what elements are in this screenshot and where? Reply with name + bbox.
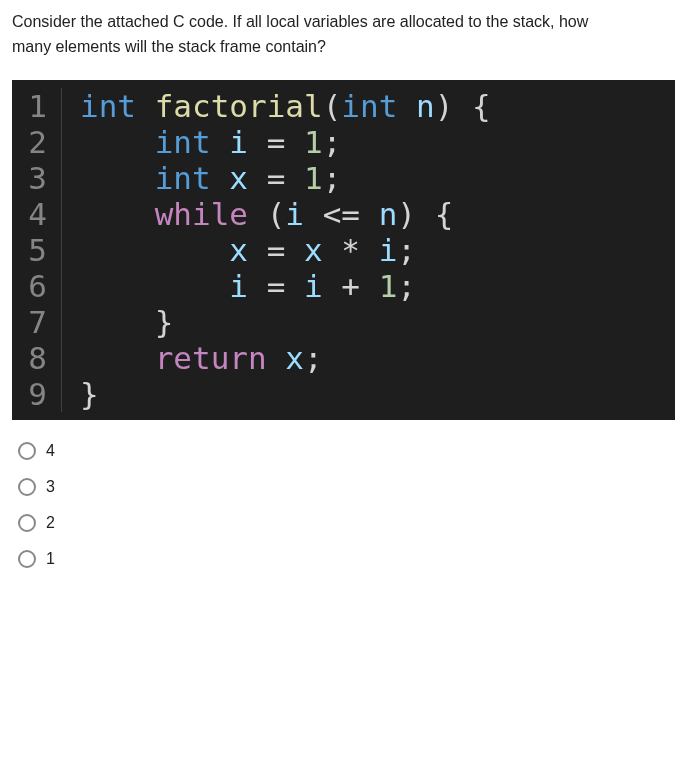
code-line: 1int factorial(int n) { <box>12 88 675 124</box>
code-content: int factorial(int n) { <box>62 88 491 124</box>
radio-icon[interactable] <box>18 514 36 532</box>
code-line: 2 int i = 1; <box>12 124 675 160</box>
code-line: 8 return x; <box>12 340 675 376</box>
code-content: i = i + 1; <box>62 268 416 304</box>
code-block: 1int factorial(int n) {2 int i = 1;3 int… <box>12 80 675 420</box>
radio-icon[interactable] <box>18 550 36 568</box>
code-content: } <box>62 304 173 340</box>
question-prompt: Consider the attached C code. If all loc… <box>12 10 675 60</box>
line-number: 9 <box>12 376 62 412</box>
answer-option-3[interactable]: 3 <box>18 478 675 496</box>
line-number: 6 <box>12 268 62 304</box>
option-label: 3 <box>46 478 55 496</box>
code-line: 5 x = x * i; <box>12 232 675 268</box>
code-content: while (i <= n) { <box>62 196 453 232</box>
code-line: 7 } <box>12 304 675 340</box>
answer-options: 4321 <box>12 442 675 568</box>
line-number: 2 <box>12 124 62 160</box>
code-content: } <box>62 376 99 412</box>
answer-option-2[interactable]: 2 <box>18 514 675 532</box>
line-number: 8 <box>12 340 62 376</box>
code-line: 4 while (i <= n) { <box>12 196 675 232</box>
question-line-1: Consider the attached C code. If all loc… <box>12 13 588 30</box>
code-content: x = x * i; <box>62 232 416 268</box>
answer-option-1[interactable]: 1 <box>18 550 675 568</box>
option-label: 2 <box>46 514 55 532</box>
radio-icon[interactable] <box>18 442 36 460</box>
line-number: 7 <box>12 304 62 340</box>
code-line: 3 int x = 1; <box>12 160 675 196</box>
line-number: 3 <box>12 160 62 196</box>
line-number: 5 <box>12 232 62 268</box>
line-number: 1 <box>12 88 62 124</box>
question-line-2: many elements will the stack frame conta… <box>12 38 326 55</box>
option-label: 1 <box>46 550 55 568</box>
line-number: 4 <box>12 196 62 232</box>
code-line: 9} <box>12 376 675 412</box>
code-content: return x; <box>62 340 323 376</box>
option-label: 4 <box>46 442 55 460</box>
radio-icon[interactable] <box>18 478 36 496</box>
code-content: int x = 1; <box>62 160 341 196</box>
answer-option-4[interactable]: 4 <box>18 442 675 460</box>
code-line: 6 i = i + 1; <box>12 268 675 304</box>
code-content: int i = 1; <box>62 124 341 160</box>
